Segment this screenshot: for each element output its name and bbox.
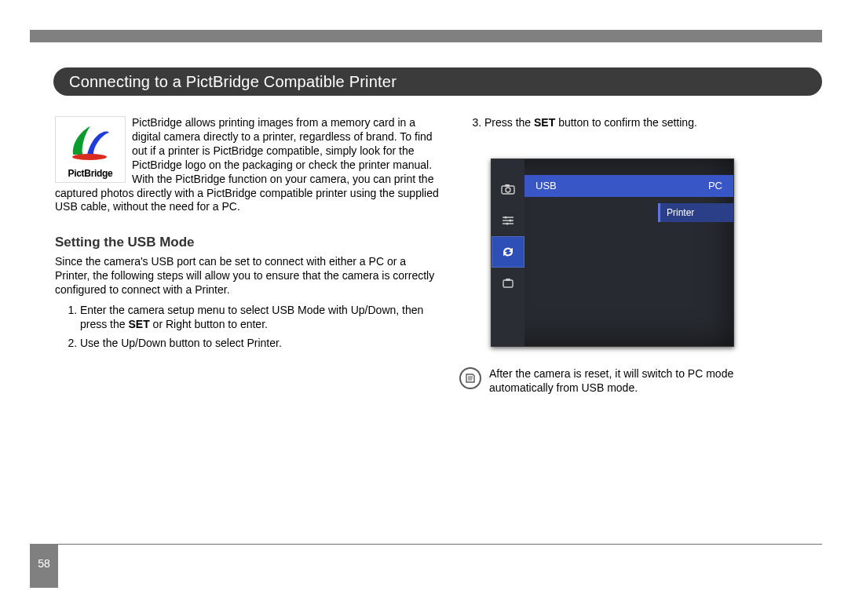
sync-icon bbox=[492, 236, 525, 268]
step-3a-text: Press the bbox=[484, 116, 534, 129]
step-1b-text: or Right button to enter. bbox=[150, 318, 268, 330]
svg-point-2 bbox=[506, 188, 510, 192]
svg-point-6 bbox=[506, 222, 508, 224]
step-1: Enter the camera setup menu to select US… bbox=[80, 304, 440, 332]
lcd-tab-column bbox=[492, 159, 525, 346]
page-number: 58 bbox=[30, 544, 58, 588]
svg-rect-3 bbox=[505, 184, 510, 187]
svg-point-5 bbox=[509, 219, 511, 221]
camera-icon bbox=[492, 173, 525, 205]
sliders-icon bbox=[492, 205, 525, 236]
step-3: Press the SET button to confirm the sett… bbox=[484, 116, 797, 130]
bottom-rule bbox=[30, 544, 822, 545]
svg-point-0 bbox=[72, 154, 107, 160]
steps-list: Enter the camera setup menu to select US… bbox=[55, 304, 440, 351]
step-1-set-label: SET bbox=[128, 318, 149, 330]
camera-lcd-screenshot: USB PC Printer bbox=[491, 159, 734, 347]
svg-rect-7 bbox=[503, 280, 513, 287]
step-2: Use the Up/Down button to select Printer… bbox=[80, 337, 440, 351]
sub-intro-text: Since the camera's USB port can be set t… bbox=[55, 255, 440, 297]
section-title: Connecting to a PictBridge Compatible Pr… bbox=[53, 67, 822, 96]
pictbridge-label: PictBridge bbox=[56, 168, 125, 179]
svg-rect-8 bbox=[506, 279, 510, 281]
right-column: Press the SET button to confirm the sett… bbox=[459, 116, 797, 395]
settings-icon bbox=[492, 268, 525, 299]
step-3-set-label: SET bbox=[534, 116, 555, 129]
top-border-bar bbox=[30, 30, 822, 42]
left-column: PictBridge PictBridge allows printing im… bbox=[55, 116, 440, 355]
note-text: After the camera is reset, it will switc… bbox=[489, 367, 797, 395]
lcd-printer-option: Printer bbox=[658, 203, 733, 222]
lcd-usb-label: USB bbox=[535, 180, 557, 191]
svg-point-4 bbox=[504, 216, 506, 218]
pictbridge-icon bbox=[67, 122, 114, 161]
note-icon bbox=[459, 367, 481, 389]
step-3b-text: button to confirm the setting. bbox=[555, 116, 697, 129]
lcd-usb-value: PC bbox=[708, 180, 722, 191]
sub-heading-usb-mode: Setting the USB Mode bbox=[55, 235, 440, 250]
lcd-usb-row: USB PC bbox=[525, 175, 733, 197]
lcd-printer-label: Printer bbox=[667, 207, 694, 218]
note-block: After the camera is reset, it will switc… bbox=[459, 367, 797, 395]
pictbridge-logo: PictBridge bbox=[55, 116, 126, 183]
steps-list-continued: Press the SET button to confirm the sett… bbox=[459, 116, 797, 130]
